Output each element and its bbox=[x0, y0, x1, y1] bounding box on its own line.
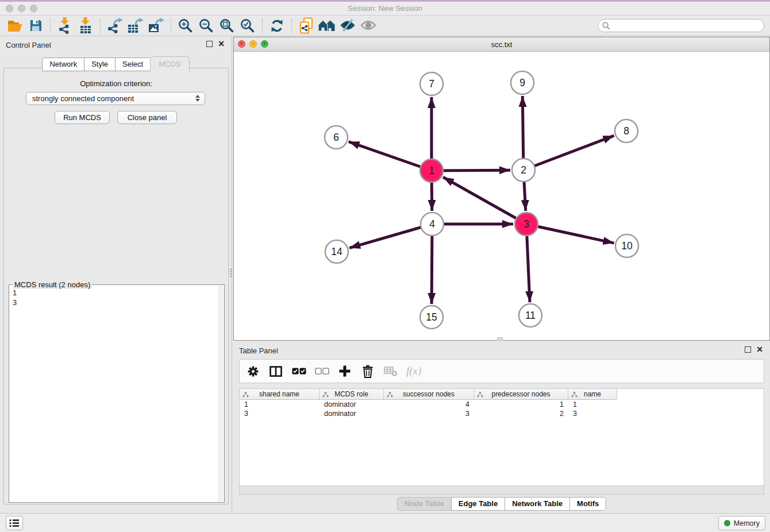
tab-network[interactable]: Network bbox=[42, 57, 84, 71]
open-session-icon[interactable] bbox=[5, 17, 25, 35]
table-row[interactable]: 3dominator323 bbox=[240, 409, 764, 418]
panel-split-handle[interactable] bbox=[230, 269, 232, 278]
table-row[interactable]: 1dominator411 bbox=[240, 400, 764, 409]
table-options-icon[interactable] bbox=[245, 363, 260, 380]
network-resize-grip[interactable] bbox=[497, 337, 503, 341]
cell-name[interactable]: 3 bbox=[568, 409, 617, 418]
edge-3-10[interactable] bbox=[526, 224, 614, 243]
column-header-name[interactable]: name bbox=[568, 389, 617, 400]
node-1[interactable]: 1 bbox=[420, 159, 443, 182]
clone-network-icon[interactable] bbox=[296, 17, 317, 35]
run-mcds-button[interactable]: Run MCDS bbox=[55, 111, 110, 124]
edge-1-6[interactable] bbox=[349, 142, 432, 171]
node-8[interactable]: 8 bbox=[615, 119, 638, 142]
network-window-titlebar[interactable]: × − + scc.txt bbox=[234, 37, 769, 52]
float-panel-icon[interactable] bbox=[206, 41, 213, 47]
close-panel-button[interactable]: Close panel bbox=[117, 111, 177, 124]
memory-button[interactable]: Memory bbox=[718, 516, 765, 530]
cell-shared-name[interactable]: 3 bbox=[240, 409, 319, 418]
delete-table-icon[interactable] bbox=[383, 363, 398, 380]
control-panel-title: Control Panel bbox=[6, 41, 51, 49]
tab-style[interactable]: Style bbox=[84, 57, 115, 71]
column-label: name bbox=[584, 390, 601, 398]
svg-text:6: 6 bbox=[333, 132, 339, 143]
node-6[interactable]: 6 bbox=[325, 126, 348, 149]
export-table-icon[interactable] bbox=[125, 17, 146, 35]
result-scrollbar[interactable] bbox=[218, 286, 224, 502]
node-15[interactable]: 15 bbox=[420, 306, 443, 329]
node-3[interactable]: 3 bbox=[515, 213, 538, 236]
node-7[interactable]: 7 bbox=[420, 72, 443, 95]
edge-4-14[interactable] bbox=[349, 224, 432, 248]
tab-mcds[interactable]: MCDS bbox=[150, 56, 189, 72]
node-table[interactable]: shared nameMCDS rolesuccessor nodesprede… bbox=[239, 388, 764, 485]
column-label: MCDS role bbox=[334, 390, 368, 398]
cell-name[interactable]: 1 bbox=[568, 400, 617, 409]
zoom-fit-icon[interactable] bbox=[217, 17, 237, 35]
main-toolbar bbox=[0, 16, 770, 36]
show-task-history-button[interactable] bbox=[6, 516, 23, 530]
node-14[interactable]: 14 bbox=[325, 240, 348, 263]
network-canvas[interactable]: 1234678910111415 bbox=[234, 52, 769, 340]
tab-motifs[interactable]: Motifs bbox=[569, 497, 606, 511]
cell-predecessor-nodes[interactable]: 1 bbox=[474, 400, 568, 409]
column-header-mcds-role[interactable]: MCDS role bbox=[319, 389, 384, 400]
cell-predecessor-nodes[interactable]: 2 bbox=[474, 409, 568, 418]
cell-mcds-role[interactable]: dominator bbox=[319, 409, 384, 418]
export-image-icon[interactable] bbox=[146, 17, 167, 35]
float-panel-icon[interactable] bbox=[745, 346, 751, 353]
tab-edge-table[interactable]: Edge Table bbox=[451, 497, 505, 511]
search-input[interactable] bbox=[610, 20, 764, 31]
apply-layout-icon[interactable] bbox=[267, 17, 287, 35]
zoom-out-icon[interactable] bbox=[196, 17, 217, 35]
edge-3-1[interactable] bbox=[443, 177, 526, 224]
node-2[interactable]: 2 bbox=[512, 159, 535, 182]
mcds-result-list[interactable]: 13 bbox=[10, 286, 218, 501]
column-header-predecessor-nodes[interactable]: predecessor nodes bbox=[474, 389, 568, 400]
table-body: 1dominator4113dominator323 bbox=[240, 400, 764, 418]
toggle-bird-eye-view-icon[interactable] bbox=[358, 17, 379, 35]
tab-node-table[interactable]: Node Table bbox=[397, 497, 451, 511]
show-columns-icon[interactable] bbox=[268, 363, 283, 380]
cell-shared-name[interactable]: 1 bbox=[240, 400, 319, 409]
cell-successor-nodes[interactable]: 3 bbox=[384, 409, 474, 418]
add-column-icon[interactable] bbox=[337, 363, 352, 380]
zoom-in-icon[interactable] bbox=[175, 17, 196, 35]
node-9[interactable]: 9 bbox=[511, 71, 534, 94]
edge-2-8[interactable] bbox=[523, 136, 614, 170]
zoom-selected-icon[interactable] bbox=[237, 17, 258, 35]
close-panel-icon[interactable]: ✕ bbox=[218, 40, 225, 47]
column-header-successor-nodes[interactable]: successor nodes bbox=[384, 389, 474, 400]
tab-select[interactable]: Select bbox=[115, 57, 150, 71]
close-panel-icon[interactable]: ✕ bbox=[756, 346, 763, 353]
import-network-icon[interactable] bbox=[55, 17, 75, 35]
node-4[interactable]: 4 bbox=[421, 213, 444, 236]
tab-network-table[interactable]: Network Table bbox=[505, 497, 569, 511]
table-panel-title: Table Panel bbox=[239, 346, 278, 355]
unselect-all-icon[interactable] bbox=[314, 363, 329, 380]
window-title: Session: New Session bbox=[0, 4, 770, 13]
table-horizontal-scrollbar[interactable] bbox=[239, 485, 764, 495]
select-stepper-icon bbox=[195, 95, 200, 102]
mcds-result-group: MCDS result (2 nodes) 13 bbox=[9, 284, 225, 503]
show-hide-graphics-details-icon[interactable] bbox=[337, 17, 358, 35]
node-11[interactable]: 11 bbox=[519, 304, 542, 327]
select-all-icon[interactable] bbox=[291, 363, 306, 380]
cell-successor-nodes[interactable]: 4 bbox=[384, 400, 474, 409]
table-type-tabs: Node TableEdge TableNetwork TableMotifs bbox=[233, 497, 770, 511]
function-builder-icon[interactable]: f(x) bbox=[406, 363, 421, 380]
cell-mcds-role[interactable]: dominator bbox=[319, 400, 384, 409]
search-icon bbox=[602, 22, 610, 30]
svg-text:11: 11 bbox=[525, 310, 536, 321]
network-graph[interactable]: 1234678910111415 bbox=[234, 52, 769, 340]
save-session-icon[interactable] bbox=[25, 17, 46, 35]
node-10[interactable]: 10 bbox=[615, 234, 638, 257]
export-network-icon[interactable] bbox=[105, 17, 125, 35]
titlebar: Session: New Session bbox=[0, 2, 770, 16]
import-table-icon[interactable] bbox=[75, 17, 96, 35]
column-header-shared-name[interactable]: shared name bbox=[240, 389, 319, 400]
delete-columns-icon[interactable] bbox=[360, 363, 375, 380]
first-neighbors-icon[interactable] bbox=[317, 17, 337, 35]
optimization-criterion-select[interactable]: strongly connected component bbox=[26, 92, 205, 105]
search-box[interactable] bbox=[598, 19, 764, 32]
